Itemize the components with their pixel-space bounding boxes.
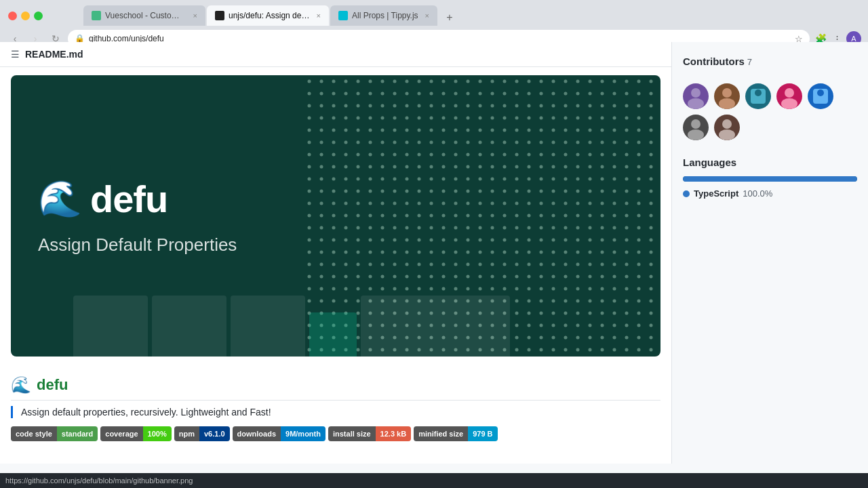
badge-downloads[interactable]: downloads 9M/month [233, 426, 326, 441]
badge-code-style[interactable]: code style standard [11, 426, 98, 441]
badge-value: 979 B [468, 426, 497, 441]
svg-rect-13 [816, 97, 825, 104]
badge-label: npm [174, 426, 199, 441]
readme-title: README.md [25, 49, 83, 60]
badge-value: 12.3 kB [376, 426, 412, 441]
badge-label: downloads [233, 426, 281, 441]
project-logo-icon: 🌊 [11, 375, 31, 394]
svg-point-15 [688, 129, 704, 140]
project-description: Assign default properties, recursively. … [21, 407, 271, 418]
contributor-avatar-3[interactable] [745, 83, 771, 109]
svg-point-7 [755, 89, 762, 96]
tab-favicon [338, 11, 348, 20]
contributor-avatar-6[interactable] [683, 115, 709, 140]
status-url: https://github.com/unjs/defu/blob/main/g… [5, 476, 193, 485]
languages-section: Languages TypeScript 100.0% [683, 157, 857, 199]
description-block: Assign default properties, recursively. … [11, 406, 660, 418]
badge-npm[interactable]: npm v6.1.0 [174, 426, 230, 441]
minimize-window-btn[interactable] [21, 12, 30, 20]
language-item-typescript: TypeScript 100.0% [683, 188, 857, 199]
svg-point-4 [722, 88, 732, 98]
svg-point-16 [722, 119, 732, 129]
badge-value: standard [57, 426, 98, 441]
language-bar-fill [683, 176, 857, 182]
badge-coverage[interactable]: coverage 100% [100, 426, 171, 441]
language-dot [683, 190, 690, 197]
badge-install-size[interactable]: install size 12.3 kB [328, 426, 411, 441]
badge-value: 100% [143, 426, 172, 441]
svg-point-14 [691, 119, 701, 129]
hero-block-1 [73, 296, 148, 357]
tab-defu[interactable]: unjs/defu: Assign default prop... × [207, 5, 329, 26]
svg-point-17 [719, 129, 735, 140]
svg-point-2 [691, 88, 701, 98]
contributor-avatar-7[interactable] [714, 115, 740, 140]
badge-label: code style [11, 426, 57, 441]
contributor-avatar-1[interactable] [683, 83, 709, 109]
language-name: TypeScript [694, 188, 738, 199]
contributors-title: Contributors [683, 56, 745, 67]
svg-rect-8 [753, 97, 763, 104]
hero-logo: 🌊 defu [38, 177, 309, 221]
tab-favicon [92, 11, 101, 20]
hero-block-4 [309, 312, 357, 357]
contributor-avatar-2[interactable] [714, 83, 740, 109]
badges-row: code style standard coverage 100% npm v6… [11, 426, 660, 441]
badge-label: install size [328, 426, 376, 441]
svg-point-12 [817, 89, 824, 96]
hero-banner: 🌊 defu Assign Default Properties [11, 75, 660, 357]
language-bar [683, 176, 857, 182]
contributor-avatar-4[interactable] [776, 83, 802, 109]
new-tab-button[interactable]: + [441, 9, 458, 26]
contributors-grid [683, 83, 857, 140]
badge-minified-size[interactable]: minified size 979 B [414, 426, 497, 441]
svg-point-9 [785, 88, 794, 98]
maximize-window-btn[interactable] [34, 12, 43, 20]
hero-blocks [11, 275, 660, 357]
languages-title: Languages [683, 157, 857, 168]
hero-block-2 [152, 296, 226, 357]
readme-header: ☰ README.md [0, 42, 671, 67]
hero-block-3 [231, 296, 305, 357]
tab-favicon [215, 11, 224, 20]
hero-block-5 [361, 296, 510, 357]
sidebar: Contributors 7 [671, 42, 868, 464]
hero-subtitle: Assign Default Properties [38, 235, 309, 256]
svg-point-10 [781, 98, 797, 109]
svg-point-3 [688, 98, 704, 109]
close-window-btn[interactable] [8, 12, 17, 20]
badge-label: minified size [414, 426, 468, 441]
project-name-link[interactable]: defu [37, 376, 68, 394]
project-section: 🌊 defu Assign default properties, recurs… [0, 365, 671, 441]
tab-tippy[interactable]: All Props | Tippy.js × [330, 5, 437, 26]
badge-label: coverage [100, 426, 142, 441]
main-content: ☰ README.md 🌊 defu Assign Default [0, 42, 671, 464]
project-title-row: 🌊 defu [11, 375, 660, 394]
badge-value: v6.1.0 [199, 426, 230, 441]
hero-logo-icon: 🌊 [38, 178, 82, 220]
contributors-section: Contributors 7 [683, 56, 857, 140]
tab-close-icon[interactable]: × [317, 12, 321, 20]
browser-chrome: Vueschool - Custom Vue Js 3... × unjs/de… [0, 0, 868, 42]
tab-close-icon[interactable]: × [193, 12, 197, 20]
project-divider [11, 400, 660, 401]
language-pct: 100.0% [743, 188, 772, 199]
badge-value: 9M/month [281, 426, 326, 441]
tab-close-icon[interactable]: × [425, 12, 429, 20]
svg-point-5 [719, 98, 735, 109]
contributors-count: 7 [747, 57, 752, 67]
page-body: ☰ README.md 🌊 defu Assign Default [0, 42, 868, 464]
hero-title: defu [90, 177, 167, 221]
status-bar: https://github.com/unjs/defu/blob/main/g… [0, 473, 868, 488]
contributor-avatar-5[interactable] [808, 83, 833, 109]
list-icon: ☰ [11, 49, 20, 60]
tab-vueschool[interactable]: Vueschool - Custom Vue Js 3... × [83, 5, 205, 26]
